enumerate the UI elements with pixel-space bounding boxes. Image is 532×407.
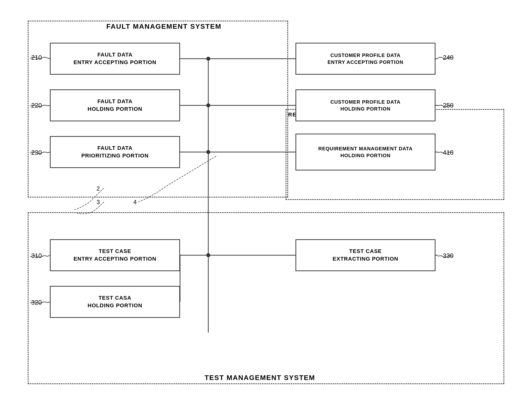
fault-system-title: FAULT MANAGEMENT SYSTEM	[106, 23, 222, 30]
label-3: 3	[97, 199, 100, 206]
test-system-title: TEST MANAGEMENT SYSTEM	[205, 374, 315, 382]
requirement-management-data-holding-portion: REQUIREMENT MANAGEMENT DATAHOLDING PORTI…	[295, 134, 435, 170]
test-casa-holding-portion: TEST CASAHOLDING PORTION	[50, 286, 180, 318]
label-2: 2	[97, 185, 100, 192]
ref-310: 310	[31, 252, 42, 260]
ref-250: 250	[443, 102, 453, 109]
ref-220: 220	[31, 102, 42, 109]
ref-330: 330	[443, 252, 453, 260]
customer-profile-data-holding-portion: CUSTOMER PROFILE DATAHOLDING PORTION	[295, 89, 435, 121]
ref-210: 210	[31, 54, 42, 61]
diagram-container: FAULT MANAGEMENT SYSTEM REQUIREMENT MANA…	[20, 13, 512, 394]
ref-240: 240	[443, 54, 453, 61]
fault-data-holding-portion: FAULT DATAHOLDING PORTION	[50, 89, 180, 121]
ref-410: 410	[443, 149, 453, 156]
fault-data-prioritizing-portion: FAULT DATAPRIORITIZING PORTION	[50, 136, 180, 168]
test-case-extracting-portion: TEST CASEEXTRACTING PORTION	[295, 239, 435, 271]
customer-profile-data-entry-accepting-portion: CUSTOMER PROFILE DATAENTRY ACCEPTING POR…	[295, 43, 435, 75]
ref-230: 230	[31, 149, 42, 156]
test-case-entry-accepting-portion: TEST CASEENTRY ACCEPTING PORTION	[50, 239, 180, 271]
ref-320: 320	[31, 299, 42, 306]
label-4: 4	[133, 199, 137, 206]
fault-data-entry-accepting-portion: FAULT DATAENTRY ACCEPTING PORTION	[50, 43, 180, 75]
